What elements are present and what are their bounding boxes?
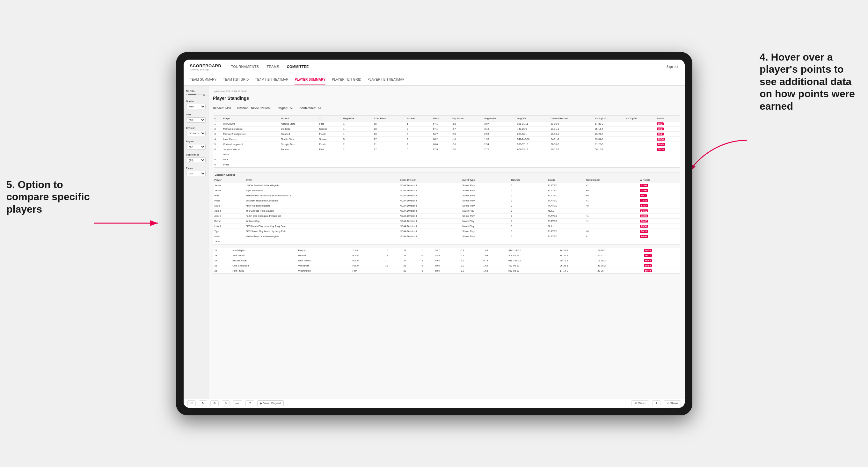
copy-btn[interactable]: ⧉ <box>222 400 229 406</box>
cell-to-par: 2.72 <box>483 147 516 152</box>
subnav-player-h2h-heatmap[interactable]: PLAYER H2H HEATMAP <box>368 75 404 84</box>
cell-rank: 6 <box>213 147 222 152</box>
lower-points-badge[interactable]: 60.02 <box>644 259 652 262</box>
lower-cell-rds: 0 <box>421 263 434 268</box>
cell-conf-rank: 21 <box>373 142 405 147</box>
cell-rds <box>405 152 432 157</box>
detail-cell-rounds: 3 <box>510 208 547 213</box>
lower-table-row[interactable]: 22 Ian Gilligan Florida Third 10 24 1 68… <box>213 248 680 253</box>
division-select[interactable]: NCAA Division I <box>186 131 206 136</box>
table-row[interactable]: 6 Jackson Kohout Auburn First 2 27 5 87.… <box>213 147 680 152</box>
table-row[interactable]: 9 Prest <box>213 162 680 167</box>
player-select[interactable]: (All) <box>186 171 206 176</box>
cell-points[interactable] <box>655 162 680 167</box>
cell-overall: 29-15-0 <box>549 121 593 126</box>
table-row[interactable]: 3 Michael Thorbjornsen Stanford Fourth 1… <box>213 131 680 136</box>
sidebar-conference: Conference (All) <box>186 153 206 163</box>
region-select[interactable]: N/A <box>186 144 206 150</box>
undo-btn[interactable]: ↺ <box>187 400 196 406</box>
gender-select[interactable]: Men Women <box>186 104 206 110</box>
view-original-btn[interactable]: ▶ View: Original <box>257 400 284 406</box>
nav-tournaments[interactable]: TOURNAMENTS <box>231 63 259 70</box>
clock-btn[interactable]: ⏱ <box>245 400 254 406</box>
hover-detail-header: Jackson Kohout <box>213 173 680 177</box>
lower-table-row[interactable]: 26 Petr Hruby Washington Fifth 7 23 0 68… <box>213 268 680 273</box>
table-row[interactable]: 1 Wenyi Ding Arizona State First 1 15 1 … <box>213 121 680 126</box>
cell-avg-sg: 208-06-1 <box>516 131 549 136</box>
table-row[interactable]: 2 Michael Le Sassie Ole Miss Second 1 18… <box>213 126 680 131</box>
share-btn[interactable]: ↗ Share <box>664 400 681 406</box>
lower-points-badge[interactable]: 59.95 <box>644 264 652 267</box>
lower-points-badge[interactable]: 60.27 <box>644 254 652 257</box>
cell-vs25: 61-20-3 <box>593 142 624 147</box>
nav-committee[interactable]: COMMITTEE <box>287 63 309 70</box>
cell-points[interactable]: 58.18 <box>655 147 680 152</box>
cell-overall <box>549 157 593 162</box>
subnav-player-summary[interactable]: PLAYER SUMMARY <box>294 75 326 85</box>
annotation-right: 4. Hover over a player's points to see a… <box>760 51 862 112</box>
region-label: Region <box>186 140 206 143</box>
cell-school: Stanford <box>280 131 318 136</box>
cell-reg-rank <box>342 152 373 157</box>
lower-table-row[interactable]: 23 Jack Lundin Missouri Fourth 11 24 0 6… <box>213 253 680 258</box>
conference-select[interactable]: (All) <box>186 157 206 163</box>
no-rds-slider[interactable] <box>188 94 202 95</box>
lower-cell-points[interactable]: 60.58 <box>643 248 680 253</box>
cell-points[interactable]: 60.49 <box>655 142 680 147</box>
lower-cell-vs25: 33-26-4 <box>596 268 634 273</box>
sign-out-link[interactable]: Sign out <box>666 65 678 68</box>
lower-points-badge[interactable]: 58.49 <box>644 269 652 272</box>
lower-cell-player: Cole Sherwood <box>231 263 297 268</box>
lower-points-badge[interactable]: 60.58 <box>644 249 652 252</box>
points-badge[interactable]: 68.34 <box>657 138 665 141</box>
points-badge[interactable]: 60.49 <box>657 143 665 146</box>
dash-btn[interactable]: —• <box>233 400 242 406</box>
detail-cell-division: NCAA Division I <box>399 234 461 239</box>
download-btn[interactable]: ⬇ <box>652 400 660 406</box>
settings-btn[interactable]: ⚙ <box>210 400 219 406</box>
lower-cell-points[interactable]: 59.95 <box>643 263 680 268</box>
detail-points-badge: 66.40 <box>640 235 648 238</box>
redo-btn[interactable]: ↻ <box>199 400 207 406</box>
detail-cell-player: Pitch <box>213 198 245 203</box>
cell-points[interactable]: 79.2 <box>655 126 680 131</box>
points-badge[interactable]: 58.18 <box>657 148 665 151</box>
lower-cell-points[interactable]: 58.49 <box>643 268 680 273</box>
cell-points[interactable] <box>655 152 680 157</box>
lower-table-row[interactable]: 25 Cole Sherwood Vanderbilt Fourth 12 23… <box>213 263 680 268</box>
cell-conf-rank <box>373 157 405 162</box>
table-row[interactable]: 5 Christo Lamprecht Georgia Tech Fourth … <box>213 142 680 147</box>
points-badge[interactable]: 98.2 <box>657 122 664 125</box>
detail-cell-status: PLAYED <box>547 213 585 218</box>
subnav-team-h2h-heatmap[interactable]: TEAM H2H HEATMAP <box>255 75 288 84</box>
lower-cell-rank: 22 <box>213 248 231 253</box>
cell-vs50 <box>624 162 655 167</box>
nav-teams[interactable]: TEAMS <box>267 63 279 70</box>
cell-points[interactable]: 68.34 <box>655 136 680 142</box>
watch-btn[interactable]: 👁 Watch <box>631 400 649 406</box>
points-badge[interactable]: 79.2 <box>657 127 664 130</box>
cell-points[interactable]: 98.2 <box>655 121 680 126</box>
lower-cell-yr: Third <box>351 248 384 253</box>
lower-table-row[interactable]: 24 Bastien Amat New Mexico Fourth 1 27 2… <box>213 258 680 263</box>
points-badge[interactable]: 70.2 <box>657 133 664 135</box>
cell-points[interactable] <box>655 157 680 162</box>
lower-cell-yr: Fourth <box>351 263 384 268</box>
lower-cell-points[interactable]: 60.27 <box>643 253 680 258</box>
cell-wins: 67.1 <box>432 126 451 131</box>
col-to-par: Avg to-Par <box>483 116 516 121</box>
table-row[interactable]: 4 Luke Clanton Florida State Second 5 27… <box>213 136 680 142</box>
table-row[interactable]: 8 Mats <box>213 157 680 162</box>
subnav-team-summary[interactable]: TEAM SUMMARY <box>190 75 217 84</box>
subnav-team-h2h-grid[interactable]: TEAM H2H GRID <box>223 75 249 84</box>
cell-adj-score: -2.7 <box>451 126 483 131</box>
year-select[interactable]: (All) <box>186 117 206 123</box>
main-table-wrapper: # Player School Yr Reg Rank Conf Rank No… <box>213 115 680 168</box>
cell-points[interactable]: 70.2 <box>655 131 680 136</box>
detail-col-player: Player <box>213 177 245 183</box>
cell-school: Georgia Tech <box>280 142 318 147</box>
detail-cell-division: NCAA Division I <box>399 213 461 218</box>
lower-cell-points[interactable]: 60.02 <box>643 258 680 263</box>
subnav-player-h2h-grid[interactable]: PLAYER H2H GRID <box>332 75 361 84</box>
table-row[interactable]: 7 Niche <box>213 152 680 157</box>
